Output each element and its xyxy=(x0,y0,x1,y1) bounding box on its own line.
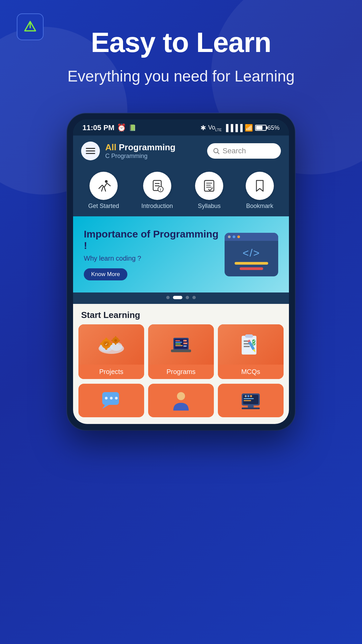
code-brackets: </> xyxy=(243,247,260,259)
banner-image: </> xyxy=(225,233,278,276)
introduction-icon-circle: i xyxy=(143,172,171,200)
syllabus-icon xyxy=(202,178,217,193)
svg-rect-52 xyxy=(245,334,253,338)
svg-point-69 xyxy=(245,395,247,397)
projects-card-label: Projects xyxy=(78,365,144,379)
signal-icon: VoLTE xyxy=(208,124,222,132)
code-line-2 xyxy=(240,267,263,270)
programs-card-label: Programs xyxy=(148,365,214,379)
mcqs-card[interactable]: MCQs xyxy=(218,324,284,379)
status-time: 11:05 PM ⏰ 📗 xyxy=(82,123,136,132)
learning-cards-grid: ✓ Pr xyxy=(73,324,289,384)
dot-3 xyxy=(186,296,189,299)
svg-point-33 xyxy=(114,339,117,342)
svg-rect-34 xyxy=(115,336,116,338)
svg-rect-37 xyxy=(111,340,113,341)
dot-1 xyxy=(166,296,170,299)
svg-point-65 xyxy=(115,397,118,399)
svg-marker-62 xyxy=(102,405,109,409)
nav-syllabus[interactable]: Syllabus xyxy=(195,172,223,210)
menu-button[interactable] xyxy=(81,142,100,160)
svg-rect-42 xyxy=(175,342,182,343)
nav-introduction[interactable]: i Introduction xyxy=(141,172,173,210)
svg-rect-35 xyxy=(115,343,116,345)
svg-rect-44 xyxy=(175,345,183,346)
svg-rect-73 xyxy=(244,400,251,401)
svg-line-7 xyxy=(218,153,219,154)
title-rest: Programming xyxy=(116,142,175,152)
wifi-icon: 📶 xyxy=(245,124,253,132)
bottom-cards-row xyxy=(73,384,289,424)
app-logo xyxy=(17,13,44,40)
mcqs-card-image xyxy=(218,324,284,365)
bottom-card-1[interactable] xyxy=(78,384,144,417)
alarm-icon: ⏰ xyxy=(117,123,126,132)
svg-point-66 xyxy=(177,392,185,400)
nav-bookmark-label: Bookmark xyxy=(246,203,273,210)
svg-point-71 xyxy=(250,395,252,397)
svg-rect-75 xyxy=(242,408,260,409)
svg-point-8 xyxy=(105,180,108,183)
search-icon xyxy=(213,147,220,155)
dot-orange xyxy=(237,235,240,238)
intro-icon: i xyxy=(150,178,165,193)
bluetooth-icon: ✱ xyxy=(200,124,206,132)
start-learning-title: Start Learning xyxy=(73,304,289,324)
title-all: All xyxy=(105,142,116,152)
search-bar[interactable]: Search xyxy=(207,143,281,159)
status-icons: ✱ VoLTE ▐▐▐▐ 📶 65% xyxy=(200,124,280,132)
programs-card-image: CSS HTML PHP xyxy=(148,324,214,365)
bookmark-icon xyxy=(252,178,267,193)
app-title-block: All Programming C Programming xyxy=(105,143,202,160)
svg-text:PHP: PHP xyxy=(184,345,187,347)
svg-point-63 xyxy=(105,397,108,399)
screen-illustration xyxy=(239,389,262,412)
svg-point-6 xyxy=(214,149,218,153)
page-header: Easy to Learn Everything you need for Le… xyxy=(0,0,362,100)
nav-bookmark[interactable]: Bookmark xyxy=(246,172,274,210)
person-illustration xyxy=(169,389,193,412)
dot-blue xyxy=(233,235,235,238)
svg-point-64 xyxy=(110,397,113,399)
projects-card-image: ✓ xyxy=(78,324,144,365)
gears-illustration: ✓ xyxy=(96,331,126,358)
app-subtitle: C Programming xyxy=(105,153,202,160)
svg-text:CSS: CSS xyxy=(183,340,187,342)
battery-indicator: 65% xyxy=(255,124,280,131)
laptop-illustration: CSS HTML PHP xyxy=(166,331,196,358)
phone-inner: 11:05 PM ⏰ 📗 ✱ VoLTE ▐▐▐▐ 📶 65% xyxy=(73,119,289,424)
code-line-1 xyxy=(235,262,268,265)
nav-introduction-label: Introduction xyxy=(141,203,173,210)
svg-text:HTML: HTML xyxy=(184,343,188,344)
svg-text:i: i xyxy=(160,188,161,192)
know-more-button[interactable]: Know More xyxy=(84,268,127,280)
nav-icons-row: Get Started i Introduction xyxy=(73,166,289,216)
hero-title: Easy to Learn xyxy=(13,27,349,58)
banner-text: Importance of Programming ! Why learn co… xyxy=(84,228,225,280)
search-placeholder: Search xyxy=(223,147,246,155)
svg-point-70 xyxy=(247,395,249,397)
dot-2-active xyxy=(173,296,182,299)
signal-bars-icon: ▐▐▐▐ xyxy=(224,124,243,132)
nav-get-started-label: Get Started xyxy=(88,203,119,210)
bottom-card-2[interactable] xyxy=(148,384,214,417)
programs-card[interactable]: CSS HTML PHP Programs xyxy=(148,324,214,379)
code-window-illustration: </> xyxy=(225,233,278,276)
mcqs-card-label: MCQs xyxy=(218,365,284,379)
svg-rect-38 xyxy=(171,350,191,352)
phone-mockup: 11:05 PM ⏰ 📗 ✱ VoLTE ▐▐▐▐ 📶 65% xyxy=(0,113,362,430)
projects-card[interactable]: ✓ Pr xyxy=(78,324,144,379)
dot-gray xyxy=(228,235,231,238)
nav-get-started[interactable]: Get Started xyxy=(88,172,119,210)
svg-rect-43 xyxy=(175,343,181,344)
running-icon xyxy=(96,178,111,193)
status-bar: 11:05 PM ⏰ 📗 ✱ VoLTE ▐▐▐▐ 📶 65% xyxy=(73,119,289,136)
svg-rect-74 xyxy=(248,406,254,408)
svg-text:✓: ✓ xyxy=(105,342,108,346)
bottom-card-3[interactable] xyxy=(218,384,284,417)
get-started-icon-circle xyxy=(89,172,118,200)
banner-title: Importance of Programming ! xyxy=(84,228,225,251)
app-icon-small: 📗 xyxy=(129,124,136,131)
banner-subtitle: Why learn coding ? xyxy=(84,255,225,262)
svg-rect-72 xyxy=(244,398,254,399)
